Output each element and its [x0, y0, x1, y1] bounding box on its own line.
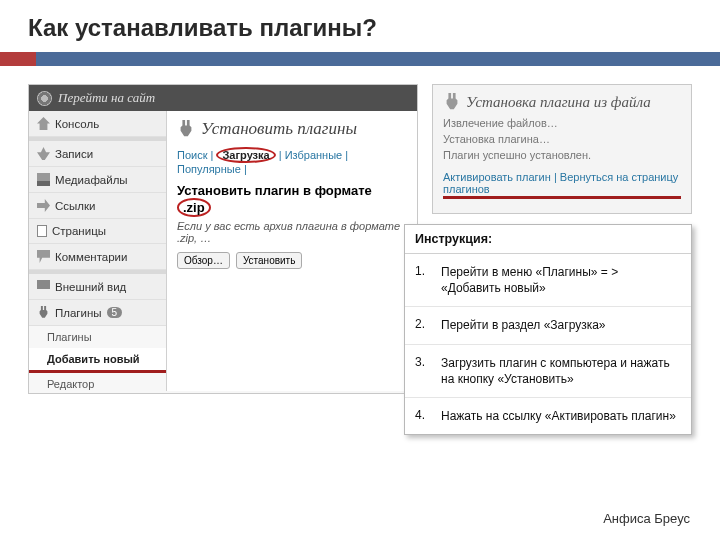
plug-icon: [37, 306, 50, 319]
sep: |: [551, 171, 560, 183]
slide-author: Анфиса Бреус: [603, 511, 690, 526]
step-number: 4.: [415, 408, 429, 424]
tab-search[interactable]: Поиск: [177, 149, 207, 161]
install-subtext: Если у вас есть архив плагина в формате …: [177, 220, 407, 244]
file-install-heading: Установка плагина из файла: [443, 93, 681, 111]
sidebar-item-links[interactable]: Ссылки: [29, 193, 166, 219]
appearance-icon: [37, 280, 50, 293]
pin-icon: [37, 147, 50, 160]
sidebar-label: Страницы: [52, 225, 106, 237]
comment-icon: [37, 250, 50, 263]
link-icon: [37, 199, 50, 212]
wp-sidebar: Консоль Записи Медиафайлы Ссылки Страниц…: [29, 111, 167, 391]
sidebar-label: Внешний вид: [55, 281, 126, 293]
success-line: Плагин успешно установлен.: [443, 149, 681, 161]
sidebar-item-posts[interactable]: Записи: [29, 137, 166, 167]
step-number: 1.: [415, 264, 429, 296]
install-button[interactable]: Установить: [236, 252, 303, 269]
step-text: Загрузить плагин с компьютера и нажать н…: [441, 355, 681, 387]
tab-featured[interactable]: Избранные: [285, 149, 343, 161]
media-icon: [37, 173, 50, 186]
browse-button[interactable]: Обзор…: [177, 252, 230, 269]
wp-screenshot-result: Установка плагина из файла Извлечение фа…: [432, 84, 692, 214]
plugins-update-badge: 5: [107, 307, 123, 318]
wp-site-link[interactable]: Перейти на сайт: [58, 90, 155, 106]
sidebar-item-media[interactable]: Медиафайлы: [29, 167, 166, 193]
extract-line: Извлечение файлов…: [443, 117, 681, 129]
install-tabs: Поиск | Загрузка | Избранные | Популярны…: [177, 147, 407, 175]
sidebar-item-appearance[interactable]: Внешний вид: [29, 270, 166, 300]
sidebar-item-console[interactable]: Консоль: [29, 111, 166, 137]
tab-upload[interactable]: Загрузка: [216, 147, 275, 163]
wp-screenshot-main: Перейти на сайт Консоль Записи Медиафайл…: [28, 84, 418, 394]
sidebar-item-comments[interactable]: Комментарии: [29, 244, 166, 270]
plug-icon: [443, 93, 461, 111]
file-upload-row: Обзор… Установить: [177, 252, 407, 269]
step-text: Перейти в раздел «Загрузка»: [441, 317, 681, 333]
result-links: Активировать плагин | Вернуться на стран…: [443, 171, 681, 199]
accent-blue: [36, 52, 720, 66]
zip-highlight: .zip: [177, 198, 211, 217]
instruction-step: 1. Перейти в меню «Плагины» = > «Добавит…: [405, 254, 691, 307]
tab-popular[interactable]: Популярные: [177, 163, 241, 175]
step-text: Перейти в меню «Плагины» = > «Добавить н…: [441, 264, 681, 296]
sidebar-item-pages[interactable]: Страницы: [29, 219, 166, 244]
activate-link[interactable]: Активировать плагин: [443, 171, 551, 183]
sidebar-label: Плагины: [55, 307, 102, 319]
install-heading-text: Установить плагины: [201, 119, 357, 139]
sidebar-label: Медиафайлы: [55, 174, 128, 186]
instruction-title: Инструкция:: [405, 225, 691, 254]
sidebar-sub-editor[interactable]: Редактор: [29, 373, 166, 394]
install-plugins-heading: Установить плагины: [177, 119, 407, 139]
install-line: Установка плагина…: [443, 133, 681, 145]
sidebar-label: Консоль: [55, 118, 99, 130]
sidebar-item-plugins[interactable]: Плагины 5: [29, 300, 166, 326]
sidebar-label: Записи: [55, 148, 93, 160]
title-accent: [0, 52, 720, 66]
step-number: 3.: [415, 355, 429, 387]
house-icon: [37, 117, 50, 130]
sidebar-sub-add-new[interactable]: Добавить новый: [29, 348, 166, 373]
instruction-step: 2. Перейти в раздел «Загрузка»: [405, 307, 691, 344]
slide-title-area: Как устанавливать плагины?: [0, 0, 720, 42]
file-install-heading-text: Установка плагина из файла: [466, 94, 651, 111]
wp-admin-header: Перейти на сайт: [29, 85, 417, 111]
instruction-step: 4. Нажать на ссылку «Активировать плагин…: [405, 398, 691, 434]
instruction-box: Инструкция: 1. Перейти в меню «Плагины» …: [404, 224, 692, 435]
step-text: Нажать на ссылку «Активировать плагин»: [441, 408, 681, 424]
accent-red: [0, 52, 36, 66]
step-number: 2.: [415, 317, 429, 333]
sidebar-label: Комментарии: [55, 251, 127, 263]
sidebar-sub-plugins[interactable]: Плагины: [29, 326, 166, 348]
instruction-step: 3. Загрузить плагин с компьютера и нажат…: [405, 345, 691, 398]
plug-icon: [177, 120, 195, 138]
slide-title: Как устанавливать плагины?: [28, 14, 720, 42]
wordpress-logo-icon: [37, 91, 52, 106]
sidebar-label: Ссылки: [55, 200, 96, 212]
install-subheading-prefix: Установить плагин в формате: [177, 183, 372, 198]
wp-admin-body: Консоль Записи Медиафайлы Ссылки Страниц…: [29, 111, 417, 391]
page-icon: [37, 225, 47, 237]
wp-main-pane: Установить плагины Поиск | Загрузка | Из…: [167, 111, 417, 391]
stage: Перейти на сайт Консоль Записи Медиафайл…: [0, 84, 720, 484]
install-subheading: Установить плагин в формате .zip: [177, 183, 407, 217]
